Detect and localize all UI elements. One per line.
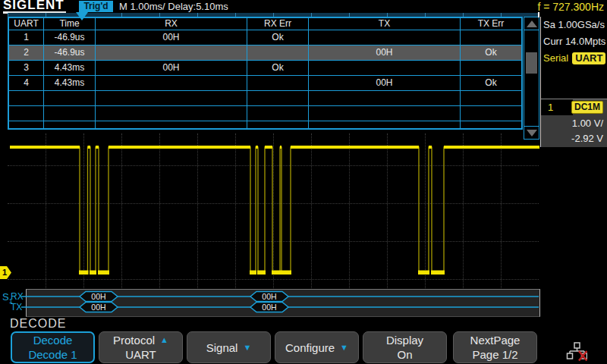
softkey-display[interactable]: DisplayOn [363, 331, 447, 363]
gridline [235, 133, 236, 288]
gridline [159, 133, 160, 288]
table-cell: 4 [9, 76, 44, 91]
softkey-decode[interactable]: DecodeDecode 1 [11, 331, 95, 363]
table-cell [247, 46, 309, 61]
table-cell: 00H [96, 30, 247, 46]
table-row[interactable] [9, 91, 521, 106]
serial-label: Serial [543, 52, 568, 64]
table-cell [309, 30, 461, 46]
table-cell [44, 91, 96, 106]
softkey-protocol[interactable]: Protocol▲UART [99, 331, 183, 363]
down-arrow-icon: ▼ [243, 340, 251, 355]
table-cell: 00H [309, 76, 461, 91]
table-cell: 2 [9, 46, 44, 61]
gridline [425, 133, 426, 288]
trigger-status-badge: Trig'd [79, 1, 113, 12]
table-cell [9, 106, 44, 121]
softkey-label: Decode [33, 333, 73, 347]
down-arrow-icon: ▼ [340, 340, 348, 355]
bus-decode-svg: 00H00H00H00H [0, 288, 540, 318]
table-row[interactable] [9, 106, 521, 121]
gridline [349, 133, 350, 288]
softkey-signal[interactable]: Signal▼ [187, 331, 271, 363]
sample-rate-readout: Sa 1.00GSa/s [543, 19, 605, 30]
lan-disconnected-icon [566, 342, 587, 362]
table-cell: -46.9us [44, 46, 96, 61]
gridline [463, 133, 464, 288]
table-cell [461, 91, 521, 106]
scroll-up-icon [527, 20, 537, 27]
table-row[interactable]: 34.43ms00HOk [9, 61, 521, 76]
table-cell [96, 106, 247, 121]
gridline [387, 133, 388, 288]
scroll-up-button[interactable] [524, 17, 539, 30]
table-cell [9, 121, 44, 130]
bus-frame-bubble: 00H [80, 303, 118, 312]
gridline [501, 133, 502, 288]
table-cell [9, 91, 44, 106]
table-cell [44, 121, 96, 130]
column-header: RX Err [247, 18, 309, 30]
table-cell [96, 91, 247, 106]
table-row[interactable]: 2-46.9us00HOk [9, 46, 521, 61]
menu-bar: DecodeDecode 1Protocol▲UARTSignal▼Config… [0, 331, 607, 364]
table-cell [96, 121, 247, 130]
svg-text:00H: 00H [262, 292, 276, 301]
serial-status: SerialUART [543, 52, 605, 64]
column-header: RX [96, 18, 247, 30]
table-cell [309, 91, 461, 106]
softkey-label: Protocol [113, 333, 155, 347]
svg-text:00H: 00H [91, 292, 105, 301]
table-row[interactable]: 44.43ms00HOk [9, 76, 521, 91]
table-cell [309, 61, 461, 76]
table-cell [461, 30, 521, 46]
bus-frame-bubble: 00H [250, 303, 288, 312]
table-row[interactable]: 1-46.9us00HOk [9, 30, 521, 46]
softkey-nextpage[interactable]: NextPagePage 1/2 [453, 331, 537, 363]
gridline [197, 133, 198, 288]
trigger-position-icon [76, 12, 88, 20]
channel1-number-tab: 1 [541, 99, 573, 115]
table-cell [96, 46, 247, 61]
table-cell: -46.9us [44, 30, 96, 46]
gridline [311, 133, 312, 288]
softkey-value: UART [125, 347, 156, 362]
frequency-counter: f = 727.300Hz [537, 1, 604, 13]
table-cell [461, 106, 521, 121]
table-cell: 00H [309, 46, 461, 61]
acquisition-end-mark [538, 12, 539, 17]
table-cell [247, 76, 309, 91]
scroll-down-button[interactable] [524, 126, 539, 139]
bus-frame-bubble: 00H [250, 292, 288, 302]
softkey-configure[interactable]: Configure▼ [275, 331, 359, 363]
siglent-logo: SIGLENT [3, 0, 66, 14]
table-cell: Ok [461, 76, 521, 91]
channel1-volts-per-div: 1.00 V/ [572, 118, 603, 129]
table-cell [461, 121, 521, 130]
table-cell: 3 [9, 61, 44, 76]
channel1-info-panel[interactable]: 1 DC1M 1.00 V/ -2.92 V [541, 99, 607, 147]
column-header: UART [9, 18, 44, 30]
svg-text:00H: 00H [262, 303, 276, 312]
table-cell [309, 121, 461, 130]
table-cell [461, 61, 521, 76]
up-arrow-icon: ▲ [160, 333, 168, 347]
scrollbar-thumb[interactable] [526, 52, 537, 74]
gridline [273, 133, 274, 288]
gridline [121, 133, 122, 288]
softkey-label: Signal [206, 340, 238, 355]
softkey-value: On [397, 347, 412, 362]
table-row[interactable] [9, 121, 521, 130]
gridline [46, 133, 46, 288]
softkey-label: Configure [285, 340, 335, 355]
table-scrollbar[interactable] [524, 17, 539, 140]
memory-depth-readout: Curr 14.0Mpts [543, 36, 605, 47]
channel1-coupling-badge[interactable]: DC1M [571, 101, 603, 114]
table-cell: 00H [96, 61, 247, 76]
column-header: TX [309, 18, 461, 30]
table-cell: 4.43ms [44, 76, 96, 91]
table-cell [309, 106, 461, 121]
channel1-level-marker-icon: 1 [0, 266, 11, 279]
table-cell [247, 121, 309, 130]
table-cell: 1 [9, 30, 44, 46]
